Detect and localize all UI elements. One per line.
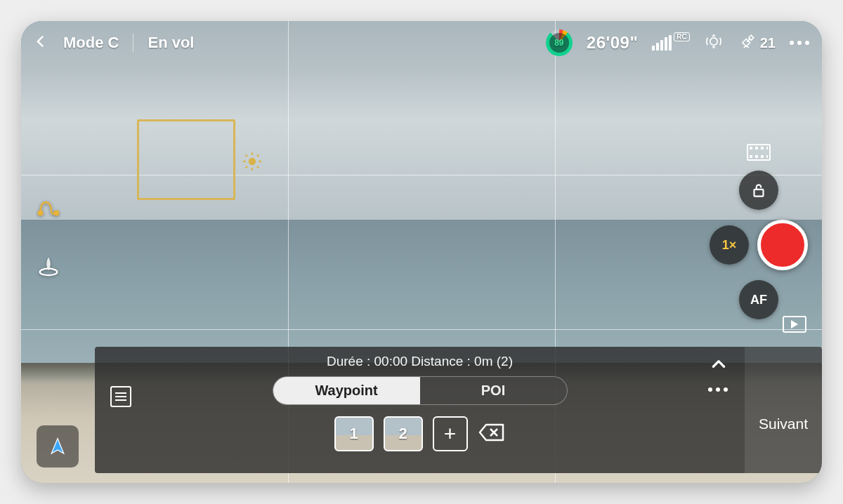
left-tools (35, 193, 62, 280)
separator (133, 34, 133, 52)
video-mode-icon[interactable] (747, 144, 771, 161)
top-bar: Mode C En vol 89 26'09" RC 21 (21, 21, 822, 65)
flight-mode-label[interactable]: Mode C (63, 34, 119, 52)
battery-percent: 89 (549, 33, 569, 53)
zoom-button[interactable]: 1× (710, 225, 749, 265)
svg-line-6 (257, 166, 259, 168)
drone-camera-view: Mode C En vol 89 26'09" RC 21 (21, 21, 822, 483)
waypoint-panel: Durée : 00:00 Distance : 0m (2) Waypoint… (95, 347, 822, 473)
svg-line-7 (246, 166, 247, 168)
record-time: 26'09" (587, 33, 638, 53)
gimbal-lock-button[interactable] (739, 171, 778, 210)
record-shutter-button[interactable] (757, 220, 808, 270)
tab-waypoint[interactable]: Waypoint (273, 377, 420, 404)
collapse-panel-button[interactable] (710, 355, 728, 376)
focus-target-box[interactable] (137, 119, 235, 200)
tab-poi[interactable]: POI (420, 377, 567, 404)
waypoint-list-button[interactable] (110, 386, 131, 407)
waypoint-mode-icon[interactable] (35, 193, 62, 223)
rc-badge: RC (674, 32, 689, 41)
svg-line-5 (246, 155, 247, 157)
svg-point-11 (39, 211, 43, 215)
playback-icon[interactable] (783, 316, 806, 333)
route-info-text: Durée : 00:00 Distance : 0m (2) (327, 354, 513, 369)
svg-point-0 (249, 158, 255, 164)
satellite-count: 21 (760, 35, 776, 51)
obstacle-sensing-icon[interactable] (704, 32, 724, 54)
rc-signal-indicator[interactable]: RC (652, 35, 689, 51)
waypoint-poi-segmented: Waypoint POI (273, 376, 568, 405)
autofocus-button[interactable]: AF (739, 280, 778, 319)
next-button[interactable]: Suivant (745, 347, 822, 473)
battery-indicator[interactable]: 89 (546, 29, 573, 56)
more-menu-icon[interactable] (790, 41, 809, 45)
svg-point-9 (710, 38, 718, 46)
svg-point-12 (55, 211, 59, 215)
satellite-indicator[interactable]: 21 (738, 32, 776, 55)
return-home-icon[interactable] (35, 251, 62, 280)
back-button[interactable] (34, 32, 48, 54)
next-label: Suivant (759, 416, 808, 432)
svg-rect-14 (754, 190, 764, 197)
waypoint-thumbnails: 1 2 + (334, 416, 506, 451)
exposure-sun-icon[interactable] (242, 152, 262, 171)
waypoint-thumb[interactable]: 1 (334, 416, 374, 451)
panel-more-icon[interactable] (708, 387, 728, 392)
waypoint-thumb[interactable]: 2 (384, 416, 423, 451)
delete-waypoint-button[interactable] (478, 422, 506, 446)
add-waypoint-button[interactable]: + (433, 416, 468, 451)
compass-map-toggle[interactable] (37, 425, 79, 467)
svg-line-8 (257, 155, 259, 157)
camera-controls: 1× AF (710, 144, 808, 319)
flight-status-label[interactable]: En vol (148, 34, 194, 52)
